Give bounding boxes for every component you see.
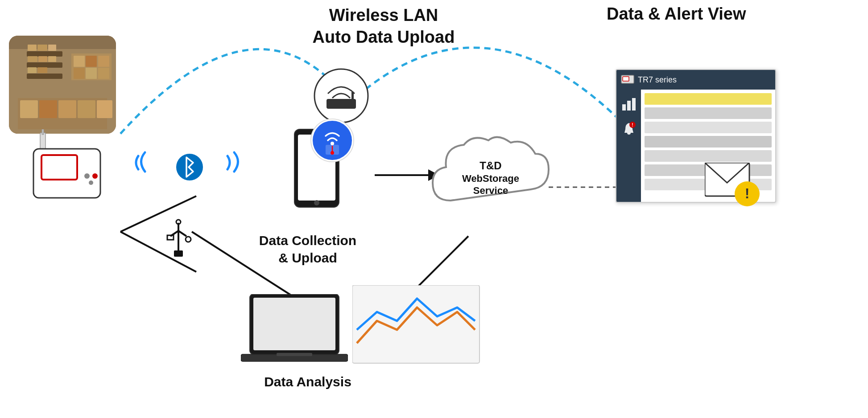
svg-rect-69 <box>253 298 335 350</box>
svg-rect-72 <box>352 285 479 363</box>
svg-point-41 <box>89 180 93 185</box>
svg-point-54 <box>331 151 334 155</box>
svg-rect-45 <box>351 91 354 101</box>
alert-row-2 <box>645 107 772 119</box>
data-analysis-label: Data Analysis <box>241 374 375 389</box>
svg-text:!: ! <box>745 185 750 201</box>
svg-line-76 <box>178 231 186 236</box>
svg-rect-75 <box>167 235 174 240</box>
svg-rect-79 <box>174 250 183 257</box>
svg-point-78 <box>176 220 181 224</box>
svg-rect-35 <box>40 133 45 151</box>
svg-text:T&D: T&D <box>479 160 501 172</box>
svg-text:Service: Service <box>473 185 508 196</box>
alert-row-5 <box>645 150 772 162</box>
svg-point-40 <box>92 173 98 179</box>
signal-waves <box>129 143 272 196</box>
alert-row-3 <box>645 122 772 133</box>
svg-rect-59 <box>623 77 629 81</box>
alert-row-4 <box>645 136 772 148</box>
svg-point-51 <box>331 142 334 145</box>
cloud-icon: T&D WebStorage Service <box>424 129 558 218</box>
alert-panel-sidebar: ! <box>616 90 641 202</box>
alert-panel-header: TR7 series <box>616 70 775 90</box>
svg-rect-62 <box>632 98 636 111</box>
svg-text:WebStorage: WebStorage <box>462 173 519 184</box>
email-alert-icon: ! <box>705 163 763 212</box>
svg-rect-38 <box>41 155 77 180</box>
svg-rect-34 <box>9 36 116 134</box>
wireless-lan-label: Wireless LAN Auto Data Upload <box>277 4 491 49</box>
svg-text:!: ! <box>632 123 633 127</box>
laptop-icon <box>241 294 348 374</box>
alert-panel-title: TR7 series <box>638 75 677 85</box>
alert-view-label: Data & Alert View <box>607 4 746 24</box>
svg-rect-61 <box>627 101 631 111</box>
data-collection-label: Data Collection & Upload <box>241 232 375 266</box>
diagram-container: Wireless LAN Auto Data Upload Data & Ale… <box>0 0 868 418</box>
data-analysis-chart <box>352 285 486 374</box>
svg-point-39 <box>84 173 90 179</box>
svg-rect-71 <box>277 353 312 356</box>
alert-row-1 <box>645 93 772 105</box>
svg-point-77 <box>186 237 191 242</box>
svg-rect-60 <box>622 104 626 111</box>
tr7-device <box>29 129 118 209</box>
svg-rect-36 <box>42 129 44 135</box>
phone-with-app <box>268 111 370 236</box>
svg-point-48 <box>314 200 319 205</box>
warehouse-photo <box>9 36 116 134</box>
usb-symbol <box>165 218 192 263</box>
